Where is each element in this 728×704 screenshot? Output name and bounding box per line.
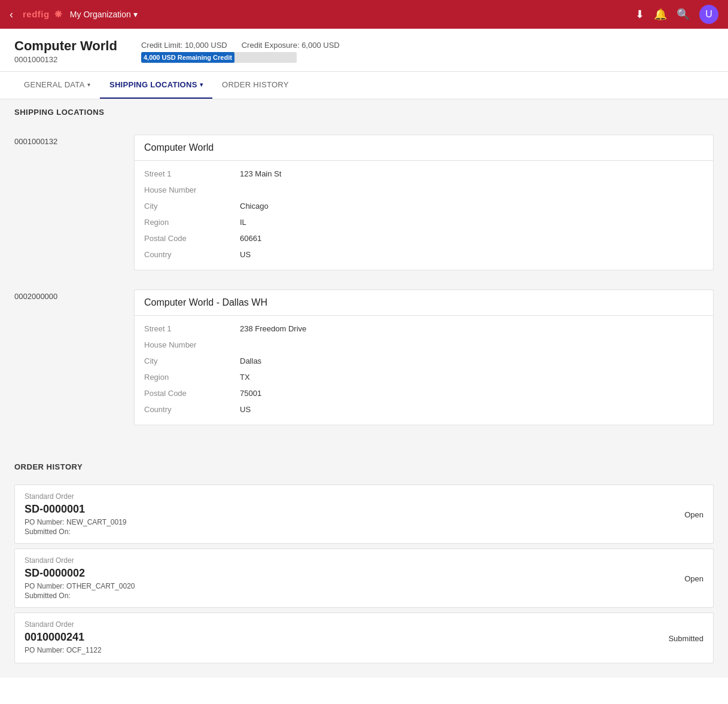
credit-bar-fill: 4,000 USD Remaining Credit — [141, 52, 234, 63]
credit-info: Credit Limit: 10,000 USD Credit Exposure… — [141, 38, 340, 63]
location-block-2: 0002000000 Computer World - Dallas WH St… — [14, 289, 714, 425]
order-type-3: Standard Order — [25, 620, 703, 629]
location-id-1: 0001000132 — [14, 135, 134, 270]
customer-header: Computer World 0001000132 Credit Limit: … — [0, 29, 728, 72]
field-country-1: Country US — [144, 246, 703, 263]
location-name-1: Computer World — [135, 135, 713, 161]
order-list: Standard Order SD-0000001 PO Number: NEW… — [0, 480, 728, 678]
field-region-2: Region TX — [144, 369, 703, 385]
tab-order-history[interactable]: ORDER HISTORY — [212, 72, 298, 99]
field-region-1: Region IL — [144, 214, 703, 230]
location-fields-1: Street 1 123 Main St House Number City C… — [135, 161, 713, 270]
customer-name: Computer World — [14, 38, 117, 54]
order-status-1: Open — [684, 510, 703, 519]
field-postal-1: Postal Code 60661 — [144, 230, 703, 246]
shipping-locations-list: 0001000132 Computer World Street 1 123 M… — [0, 125, 728, 454]
order-po-1: PO Number: NEW_CART_0019 — [25, 518, 703, 526]
order-number-3: 0010000241 — [25, 631, 703, 644]
location-details-2: Computer World - Dallas WH Street 1 238 … — [134, 289, 714, 425]
order-status-2: Open — [684, 574, 703, 583]
customer-identity: Computer World 0001000132 — [14, 38, 117, 64]
order-po-2: PO Number: OTHER_CART_0020 — [25, 582, 703, 590]
field-street1-2: Street 1 238 Freedom Drive — [144, 321, 703, 337]
location-id-2: 0002000000 — [14, 289, 134, 425]
credit-bar: 4,000 USD Remaining Credit — [141, 52, 297, 63]
order-card-3[interactable]: Standard Order 0010000241 PO Number: OCF… — [14, 612, 714, 663]
field-postal-2: Postal Code 75001 — [144, 385, 703, 401]
order-submitted-1: Submitted On: — [25, 528, 703, 536]
field-street1-1: Street 1 123 Main St — [144, 166, 703, 182]
credit-bar-label: 4,000 USD Remaining Credit — [141, 54, 236, 61]
chevron-down-icon: ▾ — [87, 81, 90, 88]
tabs-bar: GENERAL DATA ▾ SHIPPING LOCATIONS ▾ ORDE… — [0, 72, 728, 99]
chevron-down-icon: ▾ — [133, 10, 138, 19]
app-logo: redfig ❋ — [20, 9, 63, 20]
shipping-section-header: SHIPPING LOCATIONS — [0, 99, 728, 125]
order-submitted-2: Submitted On: — [25, 592, 703, 600]
customer-id: 0001000132 — [14, 55, 117, 64]
order-type-1: Standard Order — [25, 492, 703, 501]
org-selector[interactable]: My Organization ▾ — [70, 10, 138, 19]
location-block-1: 0001000132 Computer World Street 1 123 M… — [14, 135, 714, 270]
order-card-1[interactable]: Standard Order SD-0000001 PO Number: NEW… — [14, 484, 714, 544]
page-body: Computer World 0001000132 Credit Limit: … — [0, 29, 728, 704]
field-city-2: City Dallas — [144, 353, 703, 369]
order-number-2: SD-0000002 — [25, 567, 703, 580]
order-type-2: Standard Order — [25, 556, 703, 565]
order-po-3: PO Number: OCF_1122 — [25, 646, 703, 654]
order-history-header: ORDER HISTORY — [0, 454, 728, 480]
field-city-1: City Chicago — [144, 198, 703, 214]
credit-amounts: Credit Limit: 10,000 USD Credit Exposure… — [141, 41, 340, 50]
order-status-3: Submitted — [668, 633, 703, 642]
chevron-down-icon: ▾ — [200, 81, 203, 88]
app-header: ‹ redfig ❋ My Organization ▾ ⬇ 🔔 🔍 U — [0, 0, 728, 29]
field-country-2: Country US — [144, 401, 703, 417]
order-number-1: SD-0000001 — [25, 503, 703, 516]
location-name-2: Computer World - Dallas WH — [135, 290, 713, 316]
user-avatar[interactable]: U — [699, 5, 718, 24]
credit-limit: Credit Limit: 10,000 USD — [141, 41, 227, 50]
order-card-2[interactable]: Standard Order SD-0000002 PO Number: OTH… — [14, 548, 714, 608]
order-history-section: ORDER HISTORY Standard Order SD-0000001 … — [0, 454, 728, 678]
credit-exposure: Credit Exposure: 6,000 USD — [242, 41, 340, 50]
back-button[interactable]: ‹ — [10, 8, 13, 21]
header-right: ⬇ 🔔 🔍 U — [635, 5, 718, 24]
search-icon[interactable]: 🔍 — [677, 8, 690, 21]
download-icon[interactable]: ⬇ — [635, 8, 644, 21]
tab-general-data[interactable]: GENERAL DATA ▾ — [14, 72, 100, 99]
location-fields-2: Street 1 238 Freedom Drive House Number … — [135, 316, 713, 425]
field-housenumber-2: House Number — [144, 337, 703, 353]
header-left: ‹ redfig ❋ My Organization ▾ — [10, 8, 138, 21]
field-housenumber-1: House Number — [144, 182, 703, 198]
tab-shipping-locations[interactable]: SHIPPING LOCATIONS ▾ — [100, 72, 212, 99]
bell-icon[interactable]: 🔔 — [654, 8, 667, 21]
logo-icon: ❋ — [54, 9, 63, 19]
location-details-1: Computer World Street 1 123 Main St Hous… — [134, 135, 714, 270]
